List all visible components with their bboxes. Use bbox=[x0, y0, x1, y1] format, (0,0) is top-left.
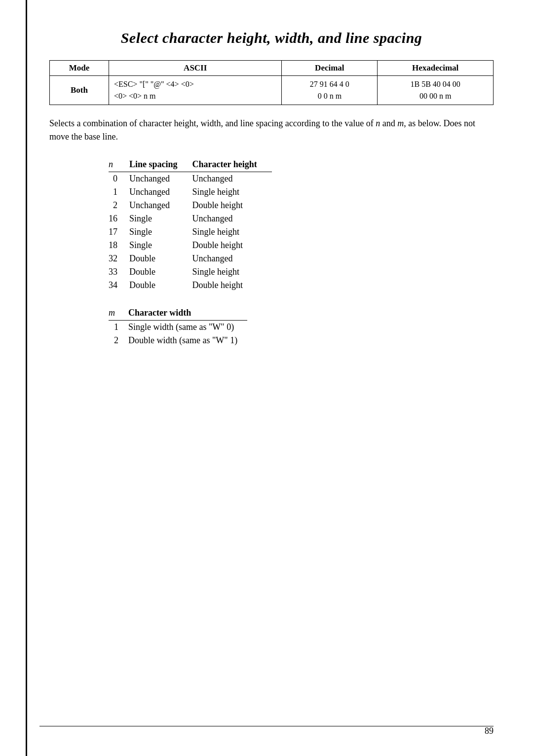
header-mode: Mode bbox=[50, 61, 109, 76]
page-title: Select character height, width, and line… bbox=[49, 30, 494, 46]
n-col1-header: n bbox=[109, 157, 129, 172]
n-table-row: 16 Single Unchanged bbox=[109, 212, 272, 225]
n-table-row: 33 Double Single height bbox=[109, 265, 272, 279]
hex-line1: 1B 5B 40 04 00 bbox=[410, 80, 460, 88]
description: Selects a combination of character heigh… bbox=[49, 117, 494, 144]
n-table-row: 0 Unchanged Unchanged bbox=[109, 172, 272, 186]
ascii-cell: <ESC> "[" "@" <4> <0> <0> <0> n m bbox=[109, 76, 282, 105]
header-ascii: ASCII bbox=[109, 61, 282, 76]
line-spacing-value: Single bbox=[129, 225, 192, 239]
command-row: Both <ESC> "[" "@" <4> <0> <0> <0> n m 2… bbox=[50, 76, 494, 105]
bottom-line bbox=[39, 726, 494, 727]
decimal-cell: 27 91 64 4 0 0 0 n m bbox=[282, 76, 378, 105]
header-hexadecimal: Hexadecimal bbox=[378, 61, 494, 76]
line-spacing-value: Unchanged bbox=[129, 199, 192, 212]
n-value: 34 bbox=[109, 279, 129, 292]
decimal-line1: 27 91 64 4 0 bbox=[310, 80, 349, 88]
n-value: 16 bbox=[109, 212, 129, 225]
command-table: Mode ASCII Decimal Hexadecimal Both <ESC… bbox=[49, 60, 494, 105]
line-spacing-value: Unchanged bbox=[129, 185, 192, 199]
char-height-value: Double height bbox=[192, 199, 272, 212]
n-table-row: 17 Single Single height bbox=[109, 225, 272, 239]
char-height-value: Single height bbox=[192, 225, 272, 239]
n-table-row: 1 Unchanged Single height bbox=[109, 185, 272, 199]
char-width-value: Double width (same as "W" 1) bbox=[128, 334, 247, 347]
n-value: 33 bbox=[109, 265, 129, 279]
page-number: 89 bbox=[485, 726, 494, 736]
ascii-line1: <ESC> "[" "@" <4> <0> bbox=[114, 80, 194, 88]
n-table: n Line spacing Character height 0 Unchan… bbox=[109, 157, 272, 292]
n-col2-header: Line spacing bbox=[129, 157, 192, 172]
n-table-row: 2 Unchanged Double height bbox=[109, 199, 272, 212]
n-table-row: 32 Double Unchanged bbox=[109, 252, 272, 265]
n-value: 32 bbox=[109, 252, 129, 265]
n-table-row: 34 Double Double height bbox=[109, 279, 272, 292]
m-value: 2 bbox=[109, 334, 128, 347]
m-table-row: 2 Double width (same as "W" 1) bbox=[109, 334, 247, 347]
line-spacing-value: Double bbox=[129, 265, 192, 279]
m-table: m Character width 1 Single width (same a… bbox=[109, 306, 247, 347]
n-table-row: 18 Single Double height bbox=[109, 239, 272, 252]
char-height-value: Double height bbox=[192, 279, 272, 292]
n-value: 2 bbox=[109, 199, 129, 212]
n-table-container: n Line spacing Character height 0 Unchan… bbox=[109, 157, 494, 292]
m-table-container: m Character width 1 Single width (same a… bbox=[109, 306, 494, 347]
line-spacing-value: Single bbox=[129, 239, 192, 252]
char-height-value: Single height bbox=[192, 185, 272, 199]
m-value: 1 bbox=[109, 321, 128, 334]
n-value: 0 bbox=[109, 172, 129, 186]
hex-cell: 1B 5B 40 04 00 00 00 n m bbox=[378, 76, 494, 105]
char-width-value: Single width (same as "W" 0) bbox=[128, 321, 247, 334]
line-spacing-value: Single bbox=[129, 212, 192, 225]
line-spacing-value: Double bbox=[129, 279, 192, 292]
n-value: 18 bbox=[109, 239, 129, 252]
n-value: 17 bbox=[109, 225, 129, 239]
char-height-value: Double height bbox=[192, 239, 272, 252]
hex-line2: 00 00 n m bbox=[419, 92, 451, 100]
m-table-row: 1 Single width (same as "W" 0) bbox=[109, 321, 247, 334]
mode-cell: Both bbox=[50, 76, 109, 105]
char-height-value: Unchanged bbox=[192, 252, 272, 265]
m-col2-header: Character width bbox=[128, 306, 247, 321]
left-border bbox=[26, 0, 27, 756]
char-height-value: Unchanged bbox=[192, 212, 272, 225]
n-value: 1 bbox=[109, 185, 129, 199]
m-col1-header: m bbox=[109, 306, 128, 321]
n-col3-header: Character height bbox=[192, 157, 272, 172]
line-spacing-value: Unchanged bbox=[129, 172, 192, 186]
header-decimal: Decimal bbox=[282, 61, 378, 76]
decimal-line2: 0 0 n m bbox=[318, 92, 342, 100]
line-spacing-value: Double bbox=[129, 252, 192, 265]
char-height-value: Unchanged bbox=[192, 172, 272, 186]
page: Select character height, width, and line… bbox=[0, 0, 533, 756]
ascii-line2: <0> <0> n m bbox=[114, 92, 156, 100]
char-height-value: Single height bbox=[192, 265, 272, 279]
